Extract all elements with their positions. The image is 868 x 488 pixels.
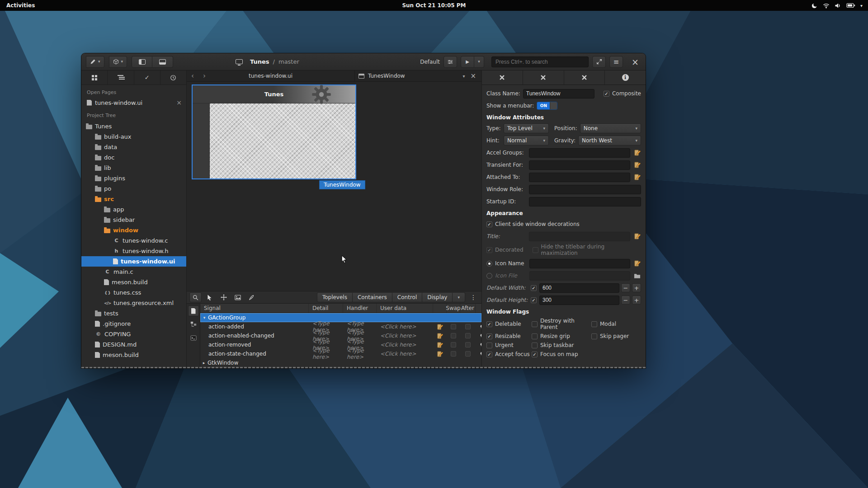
device-button[interactable] <box>232 56 246 68</box>
decrement-button[interactable]: − <box>621 296 630 305</box>
swap-checkbox[interactable] <box>451 342 456 347</box>
open-page-item[interactable]: tunes-window.ui × <box>81 97 186 108</box>
flag-checkbox[interactable]: ✓ <box>532 352 538 357</box>
drag-resize-tool-button[interactable] <box>217 292 230 302</box>
hint-cell[interactable] <box>476 331 481 340</box>
select-tool-button[interactable] <box>203 292 216 302</box>
hierarchy-tab-button[interactable] <box>188 319 199 330</box>
flag-checkbox[interactable] <box>591 321 597 327</box>
display-button[interactable]: Display <box>422 292 453 302</box>
hint-dropdown[interactable]: Normal▾ <box>504 136 549 145</box>
startup-id-input[interactable] <box>529 197 641 206</box>
attached-to-input[interactable] <box>529 173 630 182</box>
designed-window-titlebar[interactable]: Tunes <box>193 85 355 103</box>
expander-open-icon[interactable]: ▾ <box>201 315 208 320</box>
tree-item-meson-build-root[interactable]: meson.build <box>81 350 186 360</box>
signal-row-action-removed[interactable]: action-removed <Type here> <Type here> <… <box>200 340 481 349</box>
tree-item-tunes-window-c[interactable]: Ctunes-window.c <box>81 235 186 246</box>
flag-deletable[interactable]: ✓Deletable <box>486 318 530 330</box>
overflow-menu-button[interactable]: ⋮ <box>468 292 479 302</box>
devhelp-cell[interactable] <box>433 340 447 349</box>
tree-item-design-md[interactable]: DESIGN.md <box>81 339 186 350</box>
swap-cell[interactable] <box>447 340 460 349</box>
after-cell[interactable] <box>460 331 476 340</box>
default-width-input[interactable] <box>539 283 619 293</box>
flag-checkbox[interactable] <box>532 343 538 348</box>
fullscreen-button[interactable] <box>592 56 606 68</box>
tree-item-app[interactable]: app <box>81 204 186 215</box>
widget-selector[interactable]: TunesWindow ▾ × <box>355 70 481 81</box>
back-icon[interactable]: ‹ <box>187 72 198 80</box>
composite-checkbox-row[interactable]: ✓ Composite <box>604 90 641 97</box>
decorated-checkbox-row[interactable]: ✓ Decorated <box>486 247 524 253</box>
swap-cell[interactable] <box>447 322 460 331</box>
after-cell[interactable] <box>460 322 476 331</box>
expander-closed-icon[interactable]: ▸ <box>200 361 208 365</box>
user-data-cell[interactable]: <Click here> <box>377 349 433 358</box>
signal-row-action-enabled-changed[interactable]: action-enabled-changed <Type here> <Type… <box>200 331 481 340</box>
tree-item-window[interactable]: window <box>81 225 186 235</box>
swap-checkbox[interactable] <box>451 333 456 338</box>
search-widget-button[interactable] <box>189 292 202 302</box>
icon-name-edit-button[interactable] <box>633 259 641 267</box>
icon-file-input[interactable] <box>529 271 630 281</box>
flag-modal[interactable]: Modal <box>591 318 641 330</box>
flag-checkbox[interactable]: ✓ <box>486 321 492 327</box>
tab-general[interactable] <box>482 70 523 84</box>
after-cell[interactable] <box>460 349 476 358</box>
devhelp-cell[interactable] <box>433 349 447 358</box>
title-input[interactable] <box>529 232 630 241</box>
csd-checkbox-row[interactable]: ✓ Client side window decorations <box>486 221 580 227</box>
swap-checkbox[interactable] <box>451 324 456 329</box>
tree-item-meson-build[interactable]: meson.build <box>81 277 186 287</box>
flag-checkbox[interactable]: ✓ <box>486 352 492 357</box>
tree-item-copying[interactable]: ©COPYING <box>81 329 186 339</box>
default-height-input[interactable] <box>539 296 619 305</box>
window-role-input[interactable] <box>529 185 641 194</box>
run-button[interactable]: ▶ <box>461 56 474 68</box>
tree-item-tunes-gresource-xml[interactable]: </>tunes.gresource.xml <box>81 298 186 308</box>
title-edit-button[interactable] <box>633 232 641 240</box>
hide-titlebar-checkbox[interactable] <box>533 247 538 253</box>
tree-item-plugins[interactable]: plugins <box>81 173 186 183</box>
after-checkbox[interactable] <box>465 342 471 347</box>
flag-skip-taskbar[interactable]: Skip taskbar <box>532 342 590 348</box>
hint-cell[interactable] <box>476 349 481 358</box>
activities-button[interactable]: Activities <box>0 2 41 9</box>
close-designer-icon[interactable]: × <box>468 72 478 80</box>
tree-item-doc[interactable]: doc <box>81 152 186 163</box>
tree-item-src[interactable]: src <box>81 194 186 204</box>
toplevels-button[interactable]: Toplevels <box>317 292 353 302</box>
flag-destroy-with-parent[interactable]: Destroy with Parent <box>532 318 590 330</box>
flag-resizable[interactable]: ✓Resizable <box>486 333 530 339</box>
flag-checkbox[interactable] <box>532 321 538 327</box>
todo-view-button[interactable]: ✓ <box>134 70 160 84</box>
designed-sidebar-placeholder[interactable] <box>193 103 210 178</box>
flag-checkbox[interactable] <box>486 343 492 348</box>
tree-view-button[interactable] <box>108 70 134 84</box>
flag-skip-pager[interactable]: Skip pager <box>591 333 641 339</box>
pages-view-button[interactable] <box>81 70 108 84</box>
class-name-input[interactable] <box>523 89 594 99</box>
flag-focus-on-map[interactable]: ✓Focus on map <box>532 351 590 357</box>
margin-edit-tool-button[interactable] <box>231 292 244 302</box>
signal-group-gtkwindow[interactable]: ▸ GtkWindow <box>200 358 481 367</box>
after-cell[interactable] <box>460 340 476 349</box>
composite-checkbox[interactable]: ✓ <box>604 91 609 97</box>
flag-accept-focus[interactable]: ✓Accept focus <box>486 351 530 357</box>
signal-row-action-state-changed[interactable]: action-state-changed <Type here> <Type h… <box>200 349 481 358</box>
search-input[interactable] <box>491 56 589 67</box>
tree-item-data[interactable]: data <box>81 142 186 152</box>
signals-tab-button[interactable] <box>188 305 199 316</box>
decorated-checkbox[interactable]: ✓ <box>486 247 492 253</box>
run-options-button[interactable]: ▾ <box>474 56 484 68</box>
more-groups-button[interactable]: ▾ <box>453 292 465 302</box>
icon-name-input[interactable] <box>529 259 630 268</box>
window-close-button[interactable]: × <box>629 57 641 67</box>
devhelp-cell[interactable] <box>433 331 447 340</box>
type-dropdown[interactable]: Top Level▾ <box>504 123 549 133</box>
tab-packing[interactable] <box>523 70 564 84</box>
increment-button[interactable]: + <box>632 296 641 305</box>
align-edit-tool-button[interactable] <box>245 292 258 302</box>
signal-row-action-added[interactable]: action-added <Type here> <Type here> <Cl… <box>200 322 481 331</box>
